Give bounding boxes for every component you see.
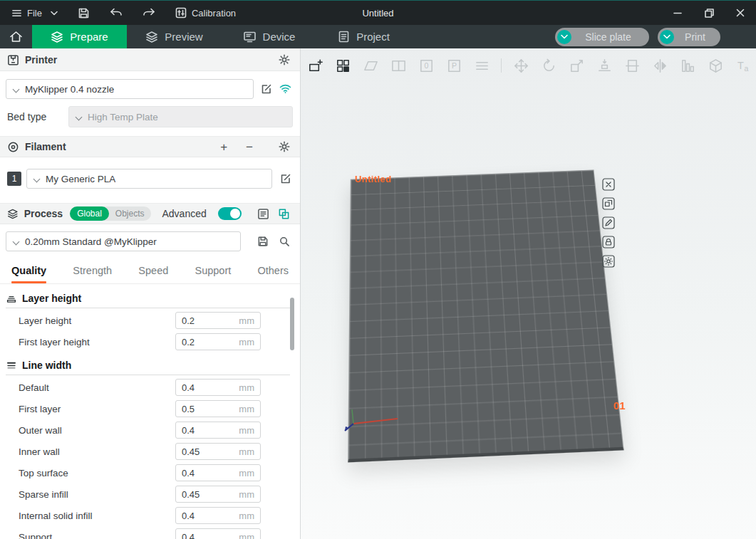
param-tab-support[interactable]: Support [195,265,231,283]
process-icon [7,209,19,219]
param-value[interactable]: 0.4 [182,425,239,436]
param-row: First layer height 0.2 mm [0,331,300,352]
rotate-button[interactable] [540,57,557,74]
maximize-button[interactable] [693,1,725,25]
process-select[interactable]: 0.20mm Standard @MyKlipper [6,231,241,251]
process-scope-toggle[interactable]: Global Objects [70,206,150,221]
param-input[interactable]: 0.45 mm [175,486,261,503]
param-value[interactable]: 0.4 [182,532,239,539]
tab-project[interactable]: Project [316,25,411,48]
param-input[interactable]: 0.4 mm [175,507,261,524]
calibration-icon [175,7,187,19]
filament-slot-badge[interactable]: 1 [7,172,21,186]
home-button[interactable] [0,25,32,48]
calibration-button[interactable]: Calibration [171,4,240,21]
printer-select[interactable]: MyKlipper 0.4 nozzle [6,79,254,99]
add-plate-button[interactable] [306,57,323,74]
paste-button[interactable]: P [445,57,462,74]
param-row: Default 0.4 mm [0,377,300,398]
minimize-icon [673,9,682,17]
bed-type-select[interactable]: High Temp Plate [68,106,293,127]
param-value[interactable]: 0.4 [182,468,239,478]
plate-name-label[interactable]: Untitled [355,174,392,184]
close-button[interactable] [725,1,756,25]
param-unit: mm [239,337,254,347]
edit-printer-button[interactable] [259,82,274,96]
param-input[interactable]: 0.4 mm [175,464,261,481]
variable-layer-height-button[interactable] [679,57,696,74]
scope-global[interactable]: Global [70,206,109,221]
param-input[interactable]: 0.2 mm [175,312,261,329]
arrange-button[interactable] [334,57,351,74]
search-settings-button[interactable] [277,234,291,248]
viewport-3d[interactable]: 0 P [301,48,756,539]
compare-presets-button[interactable] [276,206,291,221]
param-input[interactable]: 0.4 mm [175,528,261,539]
print-button[interactable]: Print [658,28,720,46]
undo-button[interactable] [105,5,127,21]
param-tab-quality[interactable]: Quality [11,265,46,283]
file-menu-button[interactable]: File [7,5,46,21]
split-view-button[interactable] [390,57,407,74]
auto-orient-button[interactable] [362,57,379,74]
param-value[interactable]: 0.2 [182,337,239,347]
param-value[interactable]: 0.45 [182,446,239,457]
mesh-tools-button[interactable] [707,57,724,74]
sidebar-scrollbar[interactable] [290,298,294,350]
minimize-button[interactable] [662,1,693,25]
cut-button[interactable] [623,57,641,74]
scale-button[interactable] [568,57,585,74]
advanced-toggle[interactable] [218,207,242,220]
param-value[interactable]: 0.45 [182,489,239,500]
param-input[interactable]: 0.5 mm [175,400,261,417]
param-input[interactable]: 0.4 mm [175,379,261,396]
lay-flat-icon [596,58,613,74]
param-input[interactable]: 0.4 mm [175,422,261,439]
delete-plate-button[interactable] [602,178,615,191]
slice-plate-dropdown[interactable] [557,30,571,44]
param-input[interactable]: 0.2 mm [175,333,261,350]
rename-plate-button[interactable] [602,216,615,229]
param-value[interactable]: 0.5 [182,404,239,414]
print-dropdown[interactable] [660,30,674,44]
save-button[interactable] [73,4,94,22]
param-label: First layer height [19,337,175,347]
parameter-list-button[interactable] [256,206,271,221]
add-filament-button[interactable]: + [219,140,229,155]
file-menu-chevron-button[interactable] [46,8,62,19]
param-value[interactable]: 0.4 [182,511,239,521]
printer-connection-button[interactable] [278,83,293,95]
edit-filament-button[interactable] [279,172,293,186]
param-tab-strength[interactable]: Strength [73,265,112,283]
param-tab-speed[interactable]: Speed [138,265,168,283]
fill-plate-button[interactable]: 0 [418,57,435,74]
param-value[interactable]: 0.2 [182,315,239,326]
lock-plate-button[interactable] [602,236,615,248]
param-tab-others[interactable]: Others [257,265,289,283]
object-list-button[interactable] [473,57,490,74]
slice-plate-button[interactable]: Slice plate [555,28,649,46]
lay-flat-button[interactable] [596,57,613,74]
filament-select[interactable]: My Generic PLA [26,169,272,189]
save-preset-button[interactable] [256,234,270,248]
printer-select-value: MyKlipper 0.4 nozzle [25,84,114,95]
redo-button[interactable] [138,5,160,21]
advanced-label: Advanced [162,208,207,219]
param-value[interactable]: 0.4 [182,382,239,393]
scope-objects[interactable]: Objects [109,209,151,219]
move-button[interactable] [512,57,529,74]
remove-filament-button[interactable]: − [244,140,254,155]
param-input[interactable]: 0.45 mm [175,443,261,460]
param-unit: mm [239,446,254,457]
tab-device[interactable]: Device [222,25,316,48]
tab-prepare[interactable]: Prepare [32,25,127,48]
printer-settings-button[interactable] [277,53,291,67]
object-list-icon [474,58,490,74]
text-tool-button[interactable]: Ta [735,57,752,74]
filament-settings-button[interactable] [277,140,291,154]
tab-preview[interactable]: Preview [127,25,222,48]
arrange-plate-button[interactable] [602,197,615,210]
plate-settings-button[interactable] [602,255,615,268]
param-unit: mm [239,489,254,500]
mirror-button[interactable] [651,57,668,74]
